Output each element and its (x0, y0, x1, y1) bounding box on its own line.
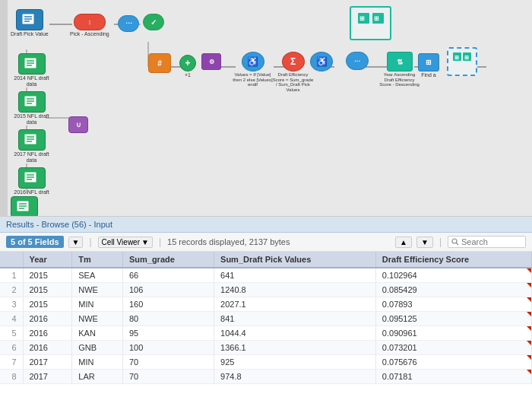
table-cell: 160 (122, 297, 214, 312)
table-cell: 0.102964 (375, 268, 531, 283)
col-header-year: Year (23, 252, 72, 268)
table-cell: 106 (122, 283, 214, 297)
table-cell: 1 (0, 268, 23, 283)
cell-viewer-btn[interactable]: Cell Viewer ▼ (98, 237, 153, 248)
node-draft-pick-value[interactable]: Draft Pick Value (11, 9, 49, 37)
table-cell: 2015 (23, 283, 72, 297)
table-cell: 4 (0, 312, 23, 326)
results-title: Results - Browse (56) - Input (6, 220, 112, 229)
col-header-record (0, 252, 23, 268)
table-cell: 2016 (23, 341, 72, 355)
table-cell: 2027.1 (214, 297, 376, 312)
separator-2: | (159, 237, 161, 247)
table-cell: 641 (214, 268, 376, 283)
table-cell: 1240.8 (214, 283, 376, 297)
col-header-tm: Tm (72, 252, 123, 268)
col-header-sum-grade: Sum_grade (122, 252, 214, 268)
node-sort-2[interactable]: ⇅ Year Ascending Draft Efficiency Score … (378, 52, 420, 87)
node-union[interactable]: ∪ (68, 116, 88, 133)
node-purple-2[interactable]: ⚙ (201, 53, 221, 70)
table-cell: 0.073201 (375, 341, 531, 355)
records-info: 15 records displayed, 2137 bytes (167, 237, 391, 246)
table-cell: 0.07181 (375, 370, 531, 384)
table-cell: 2016 (23, 312, 72, 326)
node-file-1[interactable]: 2014 NFL draft data (11, 53, 52, 87)
table-cell: 66 (122, 268, 214, 283)
table-cell: 1366.1 (214, 341, 376, 355)
table-cell: 2015 (23, 268, 72, 283)
table-cell: 2 (0, 283, 23, 297)
node-person[interactable]: ♿ Values = If [Value] then 2 else [Value… (232, 52, 274, 87)
table-cell: MIN (72, 297, 123, 312)
node-final[interactable]: ⊞ ⊞ (447, 47, 477, 76)
table-cell: 925 (214, 355, 376, 370)
node-browse[interactable]: ⊞ Find a (418, 53, 439, 78)
flag-icon (527, 370, 531, 374)
table-cell: 3 (0, 297, 23, 312)
search-icon (451, 238, 459, 246)
table-header: Year Tm Sum_grade Sum_Draft Pick Values … (0, 252, 532, 268)
flag-icon (527, 268, 531, 273)
table-cell: 2016 (23, 326, 72, 341)
toolbar: 5 of 5 Fields ▼ | Cell Viewer ▼ | 15 rec… (0, 233, 532, 252)
node-check[interactable]: ✓ (143, 14, 164, 30)
table-cell: 841 (214, 312, 376, 326)
node-teal-main[interactable]: ⊞ ⊞ (350, 6, 391, 40)
node-file-3[interactable]: 2017 NFL draft data (11, 129, 52, 163)
search-box (448, 236, 526, 248)
table-row: 32015MIN1602027.10.07893 (0, 297, 532, 312)
table-row: 72017MIN709250.075676 (0, 355, 532, 370)
table-cell: SEA (72, 268, 123, 283)
table-cell: 2017 (23, 370, 72, 384)
table-cell: 1044.4 (214, 326, 376, 341)
node-blue-1[interactable]: ⋯ (118, 15, 139, 32)
table-cell: 0.085429 (375, 283, 531, 297)
node-plus[interactable]: + +1 (179, 55, 196, 78)
sort-up-btn[interactable]: ▲ (395, 237, 412, 248)
node-ellipsis[interactable]: ⋯ (346, 52, 369, 70)
results-table: Year Tm Sum_grade Sum_Draft Pick Values … (0, 252, 532, 384)
table-cell: 6 (0, 341, 23, 355)
node-sigma[interactable]: Σ Draft Efficiency Score = Sum_grade / S… (272, 52, 314, 92)
node-person-2[interactable]: ♿ (310, 52, 333, 71)
node-file-2[interactable]: 2015 NFL draft data (11, 91, 52, 125)
left-sidebar (0, 0, 8, 216)
svg-text:⊞: ⊞ (464, 55, 469, 60)
flag-icon (527, 312, 531, 316)
table-cell: 974.8 (214, 370, 376, 384)
table-cell: 70 (122, 370, 214, 384)
svg-line-51 (457, 243, 459, 246)
node-sort[interactable]: ↕ Pick - Ascending (70, 14, 109, 37)
table-row: 22015NWE1061240.80.085429 (0, 283, 532, 297)
table-cell: 0.090961 (375, 326, 531, 341)
table-cell: 0.095125 (375, 312, 531, 326)
table-cell: GNB (72, 341, 123, 355)
table-cell: 80 (122, 312, 214, 326)
table-cell: 100 (122, 341, 214, 355)
canvas-area: Draft Pick Value ↕ Pick - Ascending ⋯ ✓ … (0, 0, 532, 217)
node-crosshatch[interactable]: # (148, 53, 171, 73)
flag-icon (527, 326, 531, 331)
svg-point-50 (452, 239, 457, 243)
node-file-5[interactable] (11, 196, 38, 217)
table-row: 52016KAN951044.40.090961 (0, 326, 532, 341)
separator-3: | (439, 237, 442, 247)
table-cell: 5 (0, 326, 23, 341)
table-cell: 0.075676 (375, 355, 531, 370)
sort-down-btn[interactable]: ▼ (416, 237, 433, 248)
table-body: 12015SEA666410.10296422015NWE1061240.80.… (0, 268, 532, 384)
flag-icon (527, 297, 531, 302)
flag-icon (527, 283, 531, 287)
search-input[interactable] (461, 237, 522, 246)
table-row: 62016GNB1001366.10.073201 (0, 341, 532, 355)
table-row: 12015SEA666410.102964 (0, 268, 532, 283)
flag-icon (527, 355, 531, 360)
table-cell: 0.07893 (375, 297, 531, 312)
fields-dropdown-btn[interactable]: ▼ (68, 237, 84, 248)
table-cell: 7 (0, 355, 23, 370)
table-cell: 2017 (23, 355, 72, 370)
table-cell: MIN (72, 355, 123, 370)
table-cell: KAN (72, 326, 123, 341)
col-header-sum-dpv: Sum_Draft Pick Values (214, 252, 376, 268)
table-cell: NWE (72, 283, 123, 297)
